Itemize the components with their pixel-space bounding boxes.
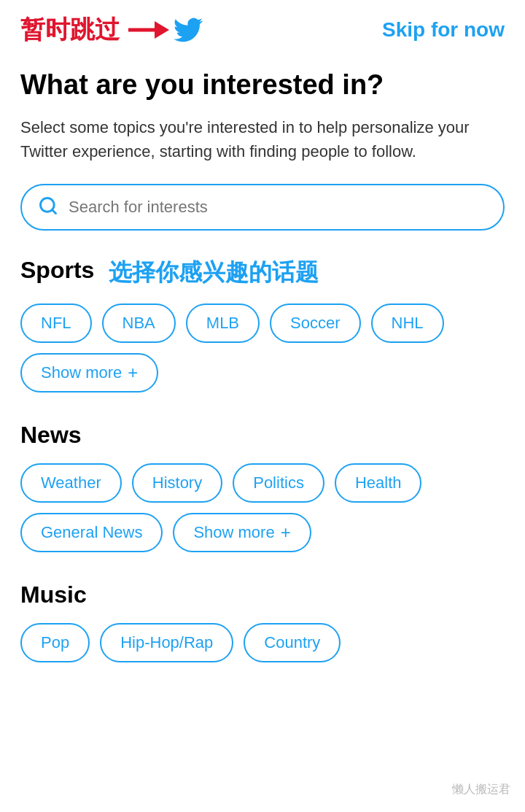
page-description: Select some topics you're interested in …: [20, 115, 505, 163]
news-section: News Weather History Politics Health Gen…: [20, 422, 505, 552]
search-icon: [38, 196, 58, 219]
news-show-more-button[interactable]: Show more +: [173, 513, 311, 552]
skip-for-now-button[interactable]: Skip for now: [382, 18, 505, 42]
chip-soccer[interactable]: Soccer: [270, 303, 360, 343]
chip-mlb[interactable]: MLB: [186, 303, 260, 343]
news-chips: Weather History Politics Health General …: [20, 463, 505, 552]
music-chips: Pop Hip-Hop/Rap Country: [20, 623, 505, 662]
search-input[interactable]: [69, 198, 487, 217]
main-content: What are you interested in? Select some …: [0, 54, 525, 714]
chip-hiphop-rap[interactable]: Hip-Hop/Rap: [100, 623, 233, 662]
plus-icon-news: +: [281, 524, 291, 541]
music-section-title: Music: [20, 581, 505, 608]
plus-icon: +: [128, 364, 138, 382]
svg-line-3: [52, 209, 55, 213]
watermark: 懒人搬运君: [452, 782, 510, 797]
chip-nba[interactable]: NBA: [102, 303, 176, 343]
chip-history[interactable]: History: [132, 463, 222, 503]
sports-section-title: Sports: [20, 257, 94, 284]
chip-health[interactable]: Health: [335, 463, 422, 503]
chinese-skip-text: 暂时跳过: [20, 13, 120, 47]
chip-pop[interactable]: Pop: [20, 623, 90, 662]
sports-show-more-button[interactable]: Show more +: [20, 353, 158, 393]
arrow-bird-container: [127, 15, 206, 45]
sports-section: Sports 选择你感兴趣的话题 NFL NBA MLB Soccer NHL …: [20, 257, 505, 393]
twitter-bird-icon: [171, 15, 206, 45]
chip-country[interactable]: Country: [244, 623, 341, 662]
svg-marker-1: [155, 21, 169, 39]
header-left: 暂时跳过: [20, 13, 206, 47]
chip-nfl[interactable]: NFL: [20, 303, 92, 343]
chip-weather[interactable]: Weather: [20, 463, 122, 503]
sports-chips: NFL NBA MLB Soccer NHL Show more +: [20, 303, 505, 393]
chip-nhl[interactable]: NHL: [371, 303, 444, 343]
news-section-title: News: [20, 422, 505, 449]
page-title: What are you interested in?: [20, 69, 505, 102]
chip-general-news[interactable]: General News: [20, 513, 163, 552]
chinese-overlay-text: 选择你感兴趣的话题: [109, 257, 319, 289]
header: 暂时跳过 Skip for now: [0, 0, 525, 54]
chip-politics[interactable]: Politics: [233, 463, 324, 503]
search-bar: [20, 184, 505, 231]
red-arrow-icon: [127, 15, 171, 45]
music-section: Music Pop Hip-Hop/Rap Country: [20, 581, 505, 662]
